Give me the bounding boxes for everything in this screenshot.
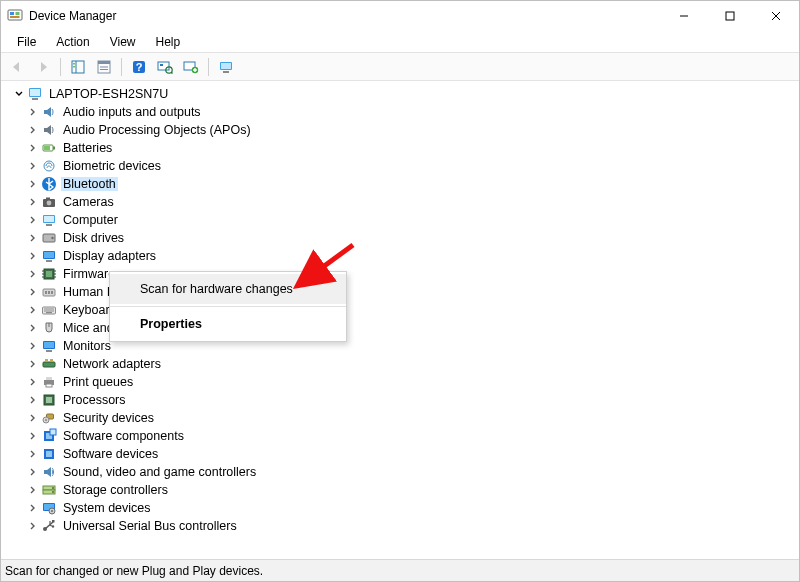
expand-icon[interactable] [27, 268, 39, 280]
expand-icon[interactable] [27, 286, 39, 298]
expand-icon[interactable] [27, 232, 39, 244]
svg-rect-75 [46, 397, 52, 403]
expand-icon[interactable] [27, 340, 39, 352]
tree-item-label: Monitors [61, 339, 113, 353]
tree-item[interactable]: Batteries [1, 139, 799, 157]
tree-item[interactable]: Processors [1, 391, 799, 409]
svg-rect-81 [50, 429, 56, 435]
expand-icon[interactable] [27, 484, 39, 496]
tree-item[interactable]: Disk drives [1, 229, 799, 247]
maximize-button[interactable] [707, 1, 753, 31]
security-icon [41, 410, 57, 426]
minimize-button[interactable] [661, 1, 707, 31]
tree-item[interactable]: Software devices [1, 445, 799, 463]
svg-rect-3 [10, 16, 20, 18]
tree-root[interactable]: LAPTOP-ESH2SN7U [1, 85, 799, 103]
tree-item[interactable]: Display adapters [1, 247, 799, 265]
expand-icon[interactable] [27, 160, 39, 172]
expand-icon[interactable] [27, 358, 39, 370]
keyboard-icon [41, 302, 57, 318]
device-manager-window: Device Manager File Action View Help [0, 0, 800, 582]
menu-file[interactable]: File [7, 33, 46, 51]
tree-item-label: Disk drives [61, 231, 126, 245]
tree-item[interactable]: Biometric devices [1, 157, 799, 175]
tree-item[interactable]: Security devices [1, 409, 799, 427]
expand-icon[interactable] [27, 304, 39, 316]
monitor-icon [41, 248, 57, 264]
window-controls [661, 1, 799, 31]
expand-icon[interactable] [27, 322, 39, 334]
menu-view[interactable]: View [100, 33, 146, 51]
show-hide-console-button[interactable] [66, 56, 90, 78]
properties-button[interactable] [92, 56, 116, 78]
tree-item[interactable]: Bluetooth [1, 175, 799, 193]
expand-icon[interactable] [27, 196, 39, 208]
expand-icon[interactable] [27, 106, 39, 118]
expand-icon[interactable] [27, 142, 39, 154]
fingerprint-icon [41, 158, 57, 174]
svg-rect-73 [46, 384, 52, 387]
disk-icon [41, 230, 57, 246]
svg-rect-49 [46, 271, 52, 277]
tree-item[interactable]: Cameras [1, 193, 799, 211]
svg-rect-70 [50, 359, 53, 362]
status-text: Scan for changed or new Plug and Play de… [5, 564, 263, 578]
tree-item-label: System devices [61, 501, 153, 515]
tree-item[interactable]: Audio Processing Objects (APOs) [1, 121, 799, 139]
add-hardware-button[interactable] [179, 56, 203, 78]
forward-button[interactable] [31, 56, 55, 78]
tree-item-label: Processors [61, 393, 128, 407]
tree-item-label: Display adapters [61, 249, 158, 263]
svg-rect-13 [98, 61, 110, 64]
svg-point-38 [47, 201, 52, 206]
expand-icon[interactable] [27, 250, 39, 262]
tree-item[interactable]: Universal Serial Bus controllers [1, 517, 799, 535]
tree-item[interactable]: System devices [1, 499, 799, 517]
tree-item[interactable]: Network adapters [1, 355, 799, 373]
tree-item-label: Universal Serial Bus controllers [61, 519, 239, 533]
expand-icon[interactable] [27, 178, 39, 190]
tree-item[interactable]: Storage controllers [1, 481, 799, 499]
scan-hardware-button[interactable] [153, 56, 177, 78]
collapse-icon[interactable] [13, 88, 25, 100]
back-button[interactable] [5, 56, 29, 78]
tree-item[interactable]: Computer [1, 211, 799, 229]
expand-icon[interactable] [27, 448, 39, 460]
expand-icon[interactable] [27, 466, 39, 478]
remote-computer-button[interactable] [214, 56, 238, 78]
tree-item[interactable]: Software components [1, 427, 799, 445]
expand-icon[interactable] [27, 376, 39, 388]
expand-icon[interactable] [27, 502, 39, 514]
tree-item[interactable]: Sound, video and game controllers [1, 463, 799, 481]
svg-rect-67 [46, 350, 52, 352]
svg-rect-93 [52, 520, 55, 523]
tree-item[interactable]: Audio inputs and outputs [1, 103, 799, 121]
svg-point-78 [45, 419, 47, 421]
svg-line-21 [171, 72, 172, 73]
device-tree[interactable]: LAPTOP-ESH2SN7U Audio inputs and outputs… [1, 81, 799, 559]
tree-item-label: Computer [61, 213, 120, 227]
expand-icon[interactable] [27, 520, 39, 532]
context-properties[interactable]: Properties [110, 309, 346, 339]
svg-rect-57 [45, 291, 47, 294]
mouse-icon [41, 320, 57, 336]
expand-icon[interactable] [27, 214, 39, 226]
speaker-icon [41, 104, 57, 120]
menubar: File Action View Help [1, 31, 799, 53]
computer-icon [27, 86, 43, 102]
network-icon [41, 356, 57, 372]
expand-icon[interactable] [27, 430, 39, 442]
menu-help[interactable]: Help [146, 33, 191, 51]
expand-icon[interactable] [27, 412, 39, 424]
close-button[interactable] [753, 1, 799, 31]
help-button[interactable]: ? [127, 56, 151, 78]
expand-icon[interactable] [27, 124, 39, 136]
tree-item-label: Storage controllers [61, 483, 170, 497]
battery-icon [41, 140, 57, 156]
menu-action[interactable]: Action [46, 33, 99, 51]
expand-icon[interactable] [27, 394, 39, 406]
context-scan-hardware[interactable]: Scan for hardware changes [110, 274, 346, 304]
tree-item[interactable]: Print queues [1, 373, 799, 391]
svg-point-44 [51, 237, 53, 239]
tree-item-label: Print queues [61, 375, 135, 389]
